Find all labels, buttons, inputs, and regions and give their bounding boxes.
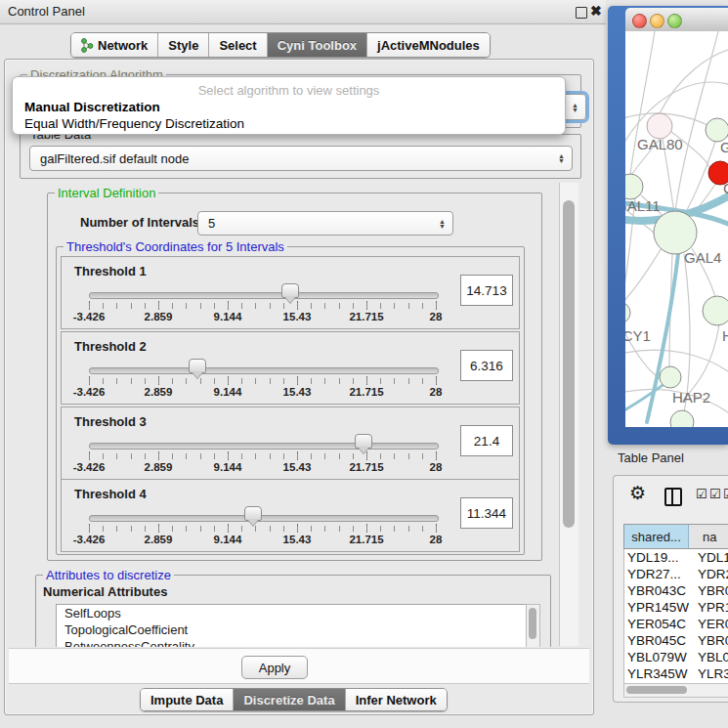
threshold-3-slider-track[interactable] bbox=[89, 443, 439, 450]
tab-discretize-data[interactable]: Discretize Data bbox=[234, 689, 345, 710]
threshold-3-value[interactable]: 21.4 bbox=[460, 425, 513, 456]
list-item[interactable]: BetweennessCentrality bbox=[57, 638, 527, 647]
tick-label: 28 bbox=[430, 461, 443, 473]
table-data-combo[interactable]: galFiltered.sif default node ▲▼ bbox=[29, 146, 573, 171]
network-icon bbox=[81, 38, 94, 53]
threshold-2-value[interactable]: 6.316 bbox=[460, 350, 513, 381]
tick-label: 21.715 bbox=[349, 386, 383, 398]
tick-label: 9.144 bbox=[214, 534, 242, 545]
table-cell: YBR0 bbox=[689, 583, 728, 598]
scrollbar-thumb[interactable] bbox=[626, 686, 687, 694]
node-gcy1[interactable] bbox=[625, 302, 630, 323]
table-cell: YDL19... bbox=[624, 550, 689, 565]
panel-scrollbar[interactable] bbox=[559, 183, 578, 646]
table-cell: YLR3 bbox=[689, 666, 728, 681]
node-label-gcy1: GCY1 bbox=[625, 327, 651, 344]
popup-option-equal-width-frequency[interactable]: Equal Width/Frequency Discretization bbox=[24, 116, 244, 131]
close-icon[interactable]: ✖ bbox=[590, 3, 602, 19]
tab-network[interactable]: Network bbox=[71, 33, 158, 57]
node-bottom-partial[interactable] bbox=[670, 410, 694, 427]
table-data-combo-value: galFiltered.sif default node bbox=[40, 151, 189, 166]
tab-cyni-toolbox[interactable]: Cyni Toolbox bbox=[268, 33, 367, 57]
algorithm-dropdown-popup: Select algorithm to view settings Manual… bbox=[12, 76, 566, 135]
tab-style[interactable]: Style bbox=[158, 33, 209, 57]
scrollbar-thumb[interactable] bbox=[563, 200, 575, 528]
table-cell: YBR0 bbox=[689, 633, 728, 648]
table-row[interactable]: YBR045CYBR0 bbox=[624, 632, 728, 649]
tab-infer-network[interactable]: Infer Network bbox=[346, 689, 447, 710]
threshold-1-value[interactable]: 14.713 bbox=[460, 275, 513, 306]
threshold-2-panel: Threshold 2 -3.426 2.859 9.144 15.43 21.… bbox=[61, 331, 520, 405]
tab-label: Discretize Data bbox=[243, 693, 334, 707]
popup-placeholder: Select algorithm to view settings bbox=[13, 83, 565, 98]
threshold-4-slider-track[interactable] bbox=[89, 515, 439, 522]
zoom-traffic-light-icon[interactable] bbox=[667, 14, 682, 28]
table-row[interactable]: YER054CYER0 bbox=[624, 616, 728, 632]
node-gal11[interactable] bbox=[625, 174, 643, 199]
tick-marks bbox=[89, 453, 438, 459]
float-window-icon[interactable] bbox=[576, 7, 587, 19]
tick-marks bbox=[89, 303, 438, 309]
threshold-1-slider-thumb[interactable] bbox=[281, 283, 299, 298]
table-cell: YDR2 bbox=[689, 567, 728, 581]
tab-label: jActiveMNodules bbox=[377, 38, 480, 53]
tab-label: Impute Data bbox=[150, 693, 223, 707]
table-cell: YPR1 bbox=[689, 600, 728, 615]
popup-option-manual-discretization[interactable]: Manual Discretization bbox=[24, 100, 160, 114]
stepper-icon: ▲▼ bbox=[572, 103, 578, 112]
close-traffic-light-icon[interactable] bbox=[632, 14, 647, 28]
network-canvas[interactable]: GAL80 G C GAL11 GAL4 GCY1 H HAP2 bbox=[625, 31, 728, 427]
tab-impute-data[interactable]: Impute Data bbox=[141, 689, 234, 710]
num-intervals-combo[interactable]: 5 ▲▼ bbox=[197, 211, 453, 236]
gear-icon[interactable]: ⚙ bbox=[629, 482, 646, 504]
table-row[interactable]: YDL19...YDL1 bbox=[624, 549, 728, 566]
checkbox-icon[interactable]: ☑ bbox=[723, 487, 728, 501]
list-item[interactable]: SelfLoops bbox=[57, 605, 527, 621]
interval-definition-label: Interval Definition bbox=[55, 186, 158, 200]
list-item[interactable]: TopologicalCoefficient bbox=[57, 621, 527, 638]
threshold-4-slider-thumb[interactable] bbox=[244, 506, 262, 521]
tick-label: 21.715 bbox=[349, 534, 383, 545]
checkbox-icon[interactable]: ☑ bbox=[696, 487, 707, 501]
table-row[interactable]: YPR145WYPR1 bbox=[624, 599, 728, 616]
threshold-2-slider-thumb[interactable] bbox=[189, 359, 206, 373]
table-cell: YER054C bbox=[624, 617, 689, 631]
table-row[interactable]: YBL079WYBL0 bbox=[624, 649, 728, 665]
threshold-4-value[interactable]: 11.344 bbox=[460, 497, 513, 529]
checkbox-icon[interactable]: ☑ bbox=[709, 487, 721, 501]
tab-label: Style bbox=[168, 38, 198, 53]
tick-label: -3.426 bbox=[73, 534, 106, 545]
tab-select[interactable]: Select bbox=[209, 33, 267, 57]
table-cell: YPR145W bbox=[624, 600, 689, 615]
minimize-traffic-light-icon[interactable] bbox=[650, 14, 664, 28]
table-row[interactable]: YDR27...YDR2 bbox=[624, 566, 728, 582]
apply-button[interactable]: Apply bbox=[241, 656, 308, 679]
split-table-icon[interactable] bbox=[664, 488, 682, 506]
threshold-1-slider-track[interactable] bbox=[89, 292, 439, 299]
tab-jactivemnodules[interactable]: jActiveMNodules bbox=[367, 33, 490, 57]
attributes-group-label: Attributes to discretize bbox=[43, 568, 174, 582]
threshold-3-panel: Threshold 3 -3.426 2.859 9.144 15.43 21.… bbox=[61, 407, 520, 480]
control-panel-titlebar: Control Panel ✖ bbox=[0, 0, 606, 24]
node-label-g-partial: G bbox=[720, 139, 728, 155]
num-intervals-label: Number of Intervals bbox=[80, 215, 199, 230]
threshold-3-slider-thumb[interactable] bbox=[355, 434, 372, 449]
table-cell: YBL079W bbox=[624, 650, 689, 664]
node-hap2[interactable] bbox=[660, 366, 681, 388]
column-header-shared[interactable]: shared... bbox=[624, 525, 689, 548]
node-gal4[interactable] bbox=[654, 211, 697, 254]
tick-label: -3.426 bbox=[73, 461, 106, 473]
table-row[interactable]: YLR345WYLR3 bbox=[624, 665, 728, 682]
table-panel-title: Table Panel bbox=[618, 450, 684, 465]
column-header-name[interactable]: na bbox=[689, 525, 728, 548]
tick-label: 9.144 bbox=[214, 386, 242, 398]
table-row[interactable]: YBR043CYBR0 bbox=[624, 582, 728, 599]
attributes-scrollbar[interactable] bbox=[526, 604, 540, 647]
threshold-2-slider-track[interactable] bbox=[89, 367, 439, 374]
numerical-attributes-list: SelfLoops TopologicalCoefficient Between… bbox=[56, 604, 528, 647]
node-label-c-partial: C bbox=[723, 180, 728, 196]
table-horizontal-scrollbar[interactable] bbox=[623, 683, 728, 698]
node-h[interactable] bbox=[703, 296, 728, 325]
node-label-hap2: HAP2 bbox=[672, 389, 710, 406]
table-cell: YLR345W bbox=[624, 666, 689, 681]
